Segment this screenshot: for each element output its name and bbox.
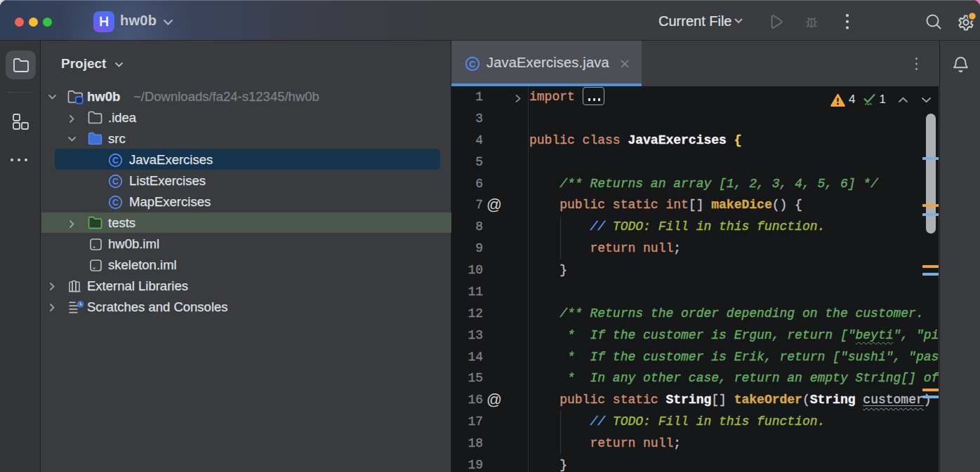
svg-text:C: C	[112, 177, 119, 187]
svg-text:C: C	[469, 59, 476, 69]
svg-text:C: C	[112, 198, 119, 208]
svg-text:C: C	[112, 156, 119, 166]
